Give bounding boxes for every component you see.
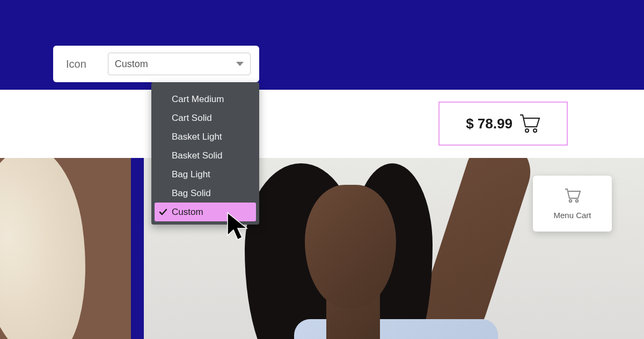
icon-select-value: Custom [115,59,148,70]
cart-icon [564,188,581,203]
icon-selector-panel: Icon Custom [53,46,259,82]
dropdown-item-bag-solid[interactable]: Bag Solid [155,184,256,203]
model-shirt [294,319,498,339]
chevron-down-icon [236,62,244,66]
model-arm [414,158,539,339]
dropdown-item-label: Custom [172,207,203,218]
svg-point-3 [575,199,577,201]
icon-select[interactable]: Custom [108,53,251,75]
garment-shape [0,158,100,339]
dropdown-item-bag-light[interactable]: Bag Light [155,165,256,184]
price-text: $ 78.99 [466,116,513,132]
dropdown-item-basket-solid[interactable]: Basket Solid [155,146,256,165]
dropdown-item-label: Bag Solid [172,188,211,199]
dropdown-item-label: Basket Light [172,132,222,142]
left-photo [0,158,131,339]
menu-cart-label: Menu Cart [553,211,591,220]
dropdown-item-basket-light[interactable]: Basket Light [155,127,256,146]
cursor-icon [225,212,251,244]
dropdown-item-label: Cart Medium [172,94,224,105]
dropdown-item-label: Basket Solid [172,150,223,161]
model-face [305,185,396,308]
menu-cart-card[interactable]: Menu Cart [533,176,612,232]
svg-point-0 [525,129,529,132]
icon-dropdown-menu: Cart Medium Cart Solid Basket Light Bask… [151,82,259,225]
dropdown-item-label: Cart Solid [172,113,212,124]
check-icon [159,208,167,217]
cart-icon [519,114,540,133]
svg-point-1 [533,129,537,132]
dropdown-item-label: Bag Light [172,169,210,180]
svg-point-2 [569,199,571,201]
dropdown-item-cart-solid[interactable]: Cart Solid [155,109,256,127]
dropdown-item-cart-medium[interactable]: Cart Medium [155,90,256,109]
icon-selector-label: Icon [66,58,86,70]
price-box[interactable]: $ 78.99 [438,102,568,146]
